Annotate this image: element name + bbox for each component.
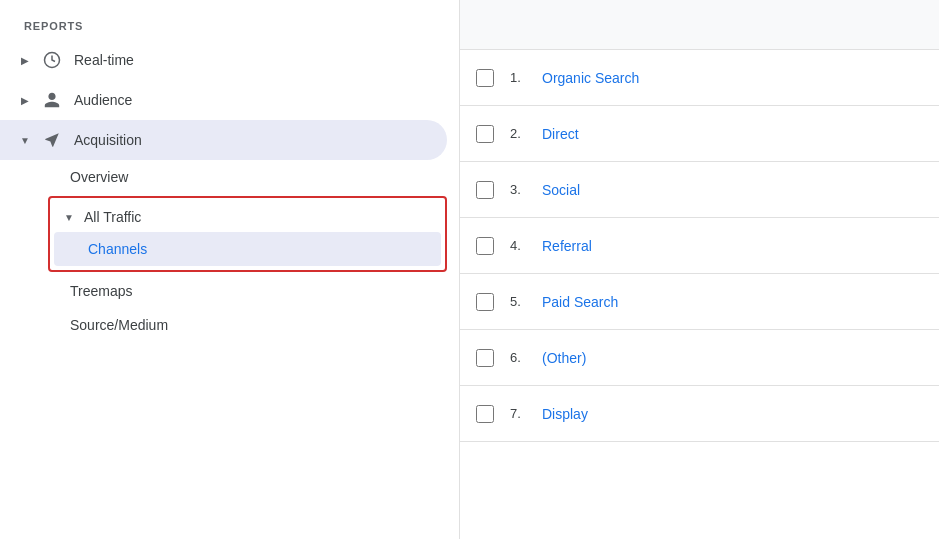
all-traffic-label: All Traffic — [84, 209, 141, 225]
person-icon — [42, 90, 62, 110]
all-traffic-section: ▼ All Traffic Channels — [48, 196, 447, 272]
row-4-link[interactable]: Referral — [542, 238, 592, 254]
treemaps-label: Treemaps — [70, 283, 133, 299]
row-2-checkbox[interactable] — [476, 125, 494, 143]
table-row: 6. (Other) — [460, 330, 939, 386]
row-1-link[interactable]: Organic Search — [542, 70, 639, 86]
sidebar-item-treemaps[interactable]: Treemaps — [0, 274, 447, 308]
row-6-checkbox[interactable] — [476, 349, 494, 367]
audience-expand-arrow: ▶ — [16, 91, 34, 109]
table-header — [460, 0, 939, 50]
row-3-link[interactable]: Social — [542, 182, 580, 198]
row-4-checkbox[interactable] — [476, 237, 494, 255]
row-2-link[interactable]: Direct — [542, 126, 579, 142]
row-2-number: 2. — [510, 126, 542, 141]
row-5-number: 5. — [510, 294, 542, 309]
row-1-number: 1. — [510, 70, 542, 85]
row-5-link[interactable]: Paid Search — [542, 294, 618, 310]
sidebar-item-realtime[interactable]: ▶ Real-time — [0, 40, 447, 80]
source-medium-label: Source/Medium — [70, 317, 168, 333]
all-traffic-header[interactable]: ▼ All Traffic — [50, 202, 445, 232]
table-row: 4. Referral — [460, 218, 939, 274]
all-traffic-arrow-icon: ▼ — [62, 210, 76, 224]
main-content: 1. Organic Search 2. Direct 3. Social 4.… — [460, 0, 939, 539]
sidebar-item-channels[interactable]: Channels — [54, 232, 441, 266]
table-row: 7. Display — [460, 386, 939, 442]
sidebar-item-audience[interactable]: ▶ Audience — [0, 80, 447, 120]
row-5-checkbox[interactable] — [476, 293, 494, 311]
row-1-checkbox[interactable] — [476, 69, 494, 87]
sidebar-item-source-medium[interactable]: Source/Medium — [0, 308, 447, 342]
row-3-number: 3. — [510, 182, 542, 197]
row-6-number: 6. — [510, 350, 542, 365]
row-4-number: 4. — [510, 238, 542, 253]
sidebar: REPORTS ▶ Real-time ▶ Audience ▼ Acquisi… — [0, 0, 460, 539]
row-6-link[interactable]: (Other) — [542, 350, 586, 366]
clock-icon — [42, 50, 62, 70]
audience-label: Audience — [74, 92, 132, 108]
row-7-checkbox[interactable] — [476, 405, 494, 423]
acquisition-expand-arrow: ▼ — [16, 131, 34, 149]
table-row: 3. Social — [460, 162, 939, 218]
overview-label: Overview — [70, 169, 128, 185]
table-row: 2. Direct — [460, 106, 939, 162]
sidebar-item-overview[interactable]: Overview — [0, 160, 447, 194]
acquisition-icon — [42, 130, 62, 150]
acquisition-label: Acquisition — [74, 132, 142, 148]
reports-section-label: REPORTS — [0, 20, 459, 40]
row-7-link[interactable]: Display — [542, 406, 588, 422]
realtime-label: Real-time — [74, 52, 134, 68]
row-3-checkbox[interactable] — [476, 181, 494, 199]
row-7-number: 7. — [510, 406, 542, 421]
table-row: 1. Organic Search — [460, 50, 939, 106]
channels-label: Channels — [88, 241, 147, 257]
realtime-expand-arrow: ▶ — [16, 51, 34, 69]
table-row: 5. Paid Search — [460, 274, 939, 330]
sidebar-item-acquisition[interactable]: ▼ Acquisition — [0, 120, 447, 160]
